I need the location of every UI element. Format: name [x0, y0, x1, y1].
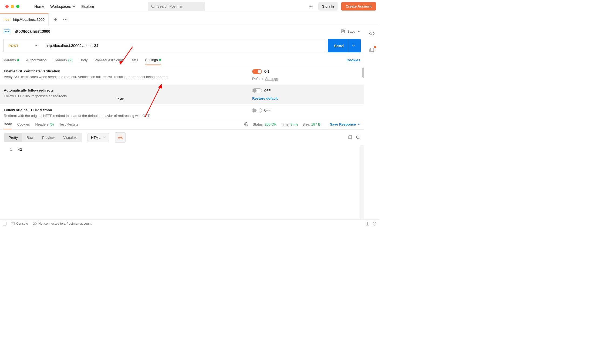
tab-body[interactable]: Body	[80, 58, 88, 65]
svg-rect-23	[11, 222, 14, 225]
svg-line-18	[359, 138, 360, 139]
send-dropdown[interactable]	[348, 39, 355, 52]
restore-default-link[interactable]: Restore default	[252, 96, 360, 100]
help-icon[interactable]: ?	[373, 222, 376, 225]
search-icon	[151, 4, 155, 9]
status-meta: Status: 200 OK	[253, 122, 276, 126]
url-input[interactable]	[41, 39, 325, 52]
wrap-icon	[118, 136, 123, 139]
save-icon	[341, 29, 345, 33]
setting-title: Follow original HTTP Method	[4, 108, 241, 112]
view-preview[interactable]: Preview	[38, 133, 59, 142]
dot-indicator-icon	[159, 59, 161, 61]
right-rail	[364, 26, 379, 219]
sidebar-toggle-icon[interactable]	[3, 222, 6, 225]
notification-dot-icon	[374, 46, 376, 48]
nav-home[interactable]: Home	[34, 4, 44, 9]
tab-settings[interactable]: Settings	[145, 58, 161, 65]
setting-follow-redirects: Automatically follow redirects Follow HT…	[0, 85, 364, 104]
toggle-ssl[interactable]	[252, 69, 262, 74]
save-response-button[interactable]: Save Response	[330, 122, 360, 126]
svg-text:HTTP: HTTP	[5, 31, 10, 32]
save-button[interactable]: Save	[341, 29, 360, 33]
send-button[interactable]: Send	[328, 39, 361, 52]
request-tab[interactable]: POST http://localhost:3000	[0, 13, 49, 26]
svg-rect-21	[3, 222, 6, 225]
wrap-lines-button[interactable]	[115, 132, 126, 143]
settings-gear-button[interactable]	[308, 3, 315, 10]
svg-rect-20	[370, 48, 374, 52]
console-icon	[11, 222, 15, 225]
cloud-off-icon	[32, 222, 37, 225]
time-meta: Time: 3 ms	[281, 122, 298, 126]
maximize-window-icon[interactable]	[16, 5, 19, 8]
nav-workspaces[interactable]: Workspaces	[50, 4, 75, 9]
tab-authorization[interactable]: Authorization	[26, 58, 47, 65]
collection-icon	[369, 48, 374, 53]
toggle-redirects[interactable]	[252, 88, 262, 93]
two-pane-icon[interactable]	[366, 222, 369, 225]
copy-icon[interactable]	[348, 135, 352, 140]
more-tabs-icon[interactable]	[63, 19, 68, 20]
save-response-label: Save Response	[330, 122, 356, 126]
sign-in-button[interactable]: Sign In	[318, 2, 338, 11]
tab-pre-request[interactable]: Pre-request Script	[95, 58, 123, 65]
response-headers-count: (6)	[49, 122, 54, 126]
code-snippet-button[interactable]	[367, 29, 376, 38]
default-prefix: Default:	[252, 77, 265, 81]
url-box: POST	[3, 39, 325, 52]
toggle-follow-method[interactable]	[252, 108, 262, 113]
svg-line-1	[154, 7, 155, 8]
tab-headers-label: Headers	[54, 58, 67, 62]
response-tab-body[interactable]: Body	[4, 119, 12, 129]
request-title: http://localhost:3000	[14, 29, 50, 33]
create-account-button[interactable]: Create Account	[341, 2, 376, 11]
globe-icon[interactable]	[244, 122, 248, 126]
scrollbar-thumb[interactable]	[362, 68, 364, 78]
size-meta: Size: 187 B	[302, 122, 321, 126]
chevron-down-icon	[35, 44, 37, 47]
request-header-row: HTTP http://localhost:3000 Save	[0, 26, 364, 37]
toggle-state-label: OFF	[264, 109, 271, 112]
setting-title: Automatically follow redirects	[4, 88, 241, 92]
headers-count: (7)	[68, 58, 73, 62]
setting-description: Redirect with the original HTTP method i…	[4, 114, 241, 118]
setting-ssl-verification: Enable SSL certificate verification Veri…	[0, 65, 364, 85]
tab-tests[interactable]: Tests	[130, 58, 138, 65]
view-pretty[interactable]: Pretty	[4, 133, 22, 142]
view-visualize[interactable]: Visualize	[59, 133, 82, 142]
response-body: 1 42	[0, 145, 364, 219]
svg-point-4	[65, 19, 66, 20]
tab-params[interactable]: Params	[4, 58, 19, 65]
response-scrollbar[interactable]	[360, 145, 364, 219]
view-mode-group: Pretty Raw Preview Visualize	[4, 133, 82, 142]
search-input[interactable]: Search Postman	[148, 2, 205, 11]
request-subtabs: Params Authorization Headers (7) Body Pr…	[0, 55, 364, 65]
default-settings-link[interactable]: Settings	[265, 77, 278, 81]
view-raw[interactable]: Raw	[22, 133, 38, 142]
response-tab-cookies[interactable]: Cookies	[17, 119, 30, 129]
chevron-down-icon	[73, 5, 75, 8]
cookies-link[interactable]: Cookies	[346, 58, 360, 65]
account-status[interactable]: Not connected to a Postman account	[32, 222, 92, 225]
format-select[interactable]: HTML	[87, 133, 109, 142]
console-label: Console	[16, 222, 28, 225]
account-status-label: Not connected to a Postman account	[38, 222, 92, 225]
minimize-window-icon[interactable]	[11, 5, 14, 8]
related-collections-button[interactable]	[367, 46, 376, 55]
tab-headers[interactable]: Headers (7)	[54, 58, 73, 65]
console-button[interactable]: Console	[11, 222, 28, 225]
response-tab-headers[interactable]: Headers (6)	[35, 119, 54, 129]
response-tab-tests[interactable]: Test Results	[59, 119, 78, 129]
main-nav: Home Workspaces Explore	[34, 4, 94, 9]
default-settings-line: Default: Settings	[252, 77, 360, 81]
new-tab-icon[interactable]	[53, 18, 57, 21]
toggle-state-label: OFF	[264, 89, 271, 93]
method-select[interactable]: POST	[4, 39, 41, 52]
close-window-icon[interactable]	[5, 5, 9, 8]
save-label: Save	[347, 29, 355, 33]
tab-params-label: Params	[4, 58, 16, 62]
nav-explore[interactable]: Explore	[81, 4, 94, 9]
svg-rect-16	[349, 136, 352, 139]
search-icon[interactable]	[356, 135, 360, 140]
